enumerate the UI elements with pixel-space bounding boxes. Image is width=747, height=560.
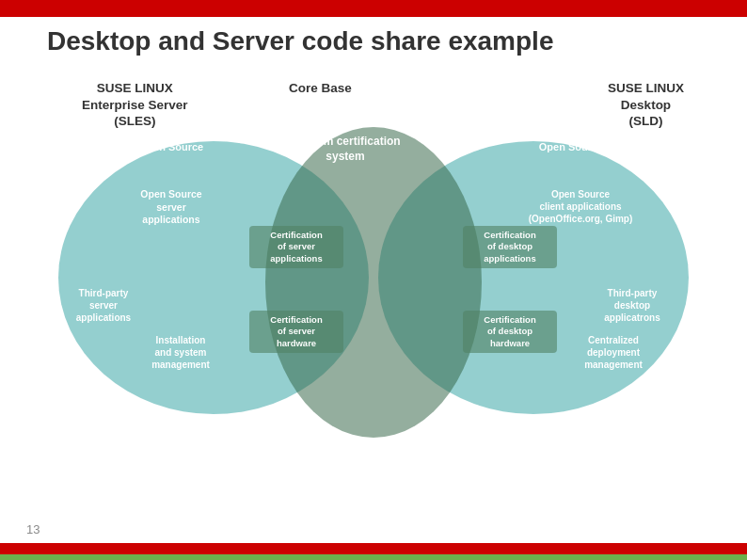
page-title: Desktop and Server code share example — [47, 26, 553, 56]
bottom-bar — [0, 543, 747, 560]
text-centralized: Centralized deployment management — [562, 334, 665, 371]
text-open-source-client: Open Source client applications (OpenOff… — [519, 188, 642, 225]
text-third-party-desktop: Third-party desktop applicatrons — [580, 287, 684, 324]
venn-container: SUSE LINUX Enterprise Server (SLES) Core… — [25, 80, 722, 475]
top-bar — [0, 0, 747, 17]
svg-point-2 — [265, 127, 482, 438]
cert-desktop-hw: Certification of desktop hardware — [463, 311, 557, 353]
label-sles: SUSE LINUX Enterprise Server (SLES) — [82, 80, 188, 130]
text-install-system: Installation and system management — [129, 334, 232, 371]
cert-server-hw: Certification of server hardware — [249, 311, 343, 353]
text-uniform-cert: Uniform certification system — [228, 135, 463, 164]
cert-desktop-apps: Certification of desktop applications — [463, 226, 557, 268]
page-number: 13 — [26, 522, 40, 536]
label-core: Core Base — [289, 80, 352, 97]
text-open-source-left: Open Source — [110, 141, 232, 152]
label-sld: SUSE LINUX Desktop (SLD) — [608, 80, 684, 130]
bottom-green-bar — [0, 554, 747, 560]
cert-server-apps: Certification of server applications — [249, 226, 343, 268]
text-third-party-server: Third-party server applications — [61, 287, 146, 324]
text-open-source-server: Open Source server applications — [119, 188, 223, 227]
main-content: SUSE LINUX Enterprise Server (SLES) Core… — [28, 71, 719, 522]
text-open-source-right: Open Source — [510, 141, 632, 152]
